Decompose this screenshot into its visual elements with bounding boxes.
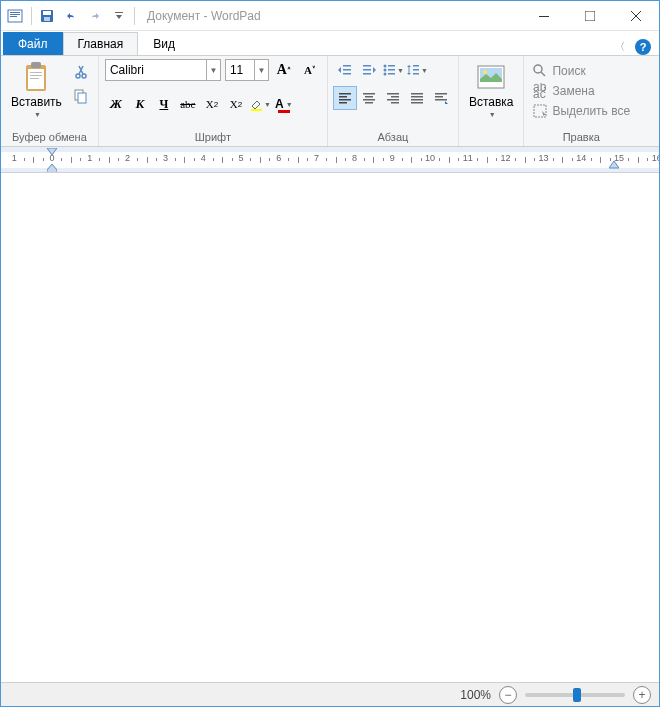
svg-rect-63 (534, 105, 546, 117)
strikethrough-button[interactable]: abc (177, 93, 199, 115)
titlebar: Документ - WordPad (1, 1, 659, 31)
undo-button[interactable] (60, 5, 82, 27)
group-clipboard: Вставить ▼ Буфер обмена (1, 56, 99, 146)
select-all-button[interactable]: Выделить все (530, 101, 632, 121)
group-label: Абзац (334, 129, 452, 146)
svg-point-30 (383, 69, 386, 72)
right-indent-marker[interactable] (609, 161, 619, 169)
window-controls (521, 1, 659, 31)
separator (134, 7, 135, 25)
subscript-button[interactable]: X2 (201, 93, 223, 115)
paragraph-dialog-button[interactable] (430, 87, 452, 109)
svg-rect-21 (278, 110, 290, 113)
svg-rect-36 (413, 69, 419, 71)
zoom-slider[interactable] (525, 693, 625, 697)
bullet-list-button[interactable]: ▼ (382, 59, 404, 81)
save-button[interactable] (36, 5, 58, 27)
align-justify-button[interactable] (406, 87, 428, 109)
superscript-button[interactable]: X2 (225, 93, 247, 115)
close-button[interactable] (613, 1, 659, 31)
chevron-down-icon[interactable]: ▼ (254, 60, 268, 80)
redo-button[interactable] (84, 5, 106, 27)
zoom-in-button[interactable]: + (633, 686, 651, 704)
search-icon (532, 63, 548, 79)
svg-rect-19 (78, 93, 86, 103)
ribbon-tabs: Файл Главная Вид 〈 ? (1, 31, 659, 55)
svg-rect-24 (343, 73, 351, 75)
document-area[interactable] (1, 173, 659, 682)
replace-button[interactable]: abac Замена (530, 81, 596, 101)
ribbon: Вставить ▼ Буфер обмена Calibri ▼ 11 ▼ (1, 55, 659, 147)
svg-rect-8 (539, 16, 549, 17)
replace-icon: abac (532, 83, 548, 99)
maximize-button[interactable] (567, 1, 613, 31)
chevron-down-icon[interactable]: ▼ (206, 60, 220, 80)
tab-view[interactable]: Вид (138, 32, 190, 55)
svg-rect-34 (408, 66, 409, 74)
group-label: Правка (530, 129, 632, 146)
insert-picture-button[interactable]: Вставка ▼ (465, 59, 518, 120)
font-color-button[interactable]: A▼ (273, 93, 295, 115)
tab-file[interactable]: Файл (3, 32, 63, 55)
collapse-ribbon-button[interactable]: 〈 (615, 40, 625, 54)
svg-text:ac: ac (533, 87, 546, 99)
svg-rect-46 (387, 93, 399, 95)
qat-dropdown[interactable] (108, 5, 130, 27)
paste-button[interactable]: Вставить ▼ (7, 59, 66, 120)
align-center-button[interactable] (358, 87, 380, 109)
svg-rect-55 (435, 96, 443, 98)
svg-rect-23 (343, 69, 351, 71)
paste-label: Вставить (11, 95, 62, 109)
svg-rect-22 (343, 65, 351, 67)
find-button[interactable]: Поиск (530, 61, 587, 81)
svg-rect-56 (435, 99, 447, 101)
svg-rect-37 (413, 73, 419, 75)
copy-button[interactable] (70, 85, 92, 107)
select-all-label: Выделить все (552, 104, 630, 118)
first-line-indent-marker[interactable] (47, 148, 57, 156)
svg-rect-15 (30, 78, 39, 79)
svg-rect-42 (363, 93, 375, 95)
tab-home[interactable]: Главная (63, 32, 139, 55)
cut-button[interactable] (70, 61, 92, 83)
italic-button[interactable]: К (129, 93, 151, 115)
help-button[interactable]: ? (635, 39, 651, 55)
align-left-button[interactable] (334, 87, 356, 109)
font-size-combo[interactable]: 11 ▼ (225, 59, 269, 81)
zoom-out-button[interactable]: − (499, 686, 517, 704)
svg-point-32 (383, 73, 386, 76)
svg-rect-49 (391, 102, 399, 104)
svg-point-17 (82, 74, 86, 78)
svg-rect-14 (30, 75, 42, 76)
text-highlight-button[interactable]: ▼ (249, 93, 271, 115)
minimize-button[interactable] (521, 1, 567, 31)
svg-rect-44 (363, 99, 375, 101)
font-size-value: 11 (226, 63, 254, 77)
chevron-down-icon: ▼ (34, 111, 41, 118)
group-font: Calibri ▼ 11 ▼ A˄ A˅ Ж К Ч abc X2 X2 ▼ A… (99, 56, 328, 146)
zoom-slider-thumb[interactable] (573, 688, 581, 702)
shrink-font-button[interactable]: A˅ (299, 59, 321, 81)
separator (31, 7, 32, 25)
line-spacing-button[interactable]: ▼ (406, 59, 428, 81)
svg-rect-20 (251, 109, 262, 111)
hanging-indent-marker[interactable] (47, 164, 57, 173)
bold-button[interactable]: Ж (105, 93, 127, 115)
select-all-icon (532, 103, 548, 119)
font-name-combo[interactable]: Calibri ▼ (105, 59, 221, 81)
svg-rect-12 (31, 62, 41, 68)
svg-rect-53 (411, 102, 423, 104)
increase-indent-button[interactable] (358, 59, 380, 81)
underline-button[interactable]: Ч (153, 93, 175, 115)
svg-rect-41 (339, 102, 347, 104)
clipboard-icon (20, 61, 52, 93)
svg-rect-31 (388, 69, 395, 71)
statusbar: 100% − + (1, 682, 659, 706)
ruler[interactable]: 1012345678910111213141516 (1, 147, 659, 173)
font-name-value: Calibri (106, 63, 206, 77)
decrease-indent-button[interactable] (334, 59, 356, 81)
grow-font-button[interactable]: A˄ (273, 59, 295, 81)
svg-rect-35 (413, 65, 419, 67)
svg-rect-26 (363, 69, 371, 71)
align-right-button[interactable] (382, 87, 404, 109)
